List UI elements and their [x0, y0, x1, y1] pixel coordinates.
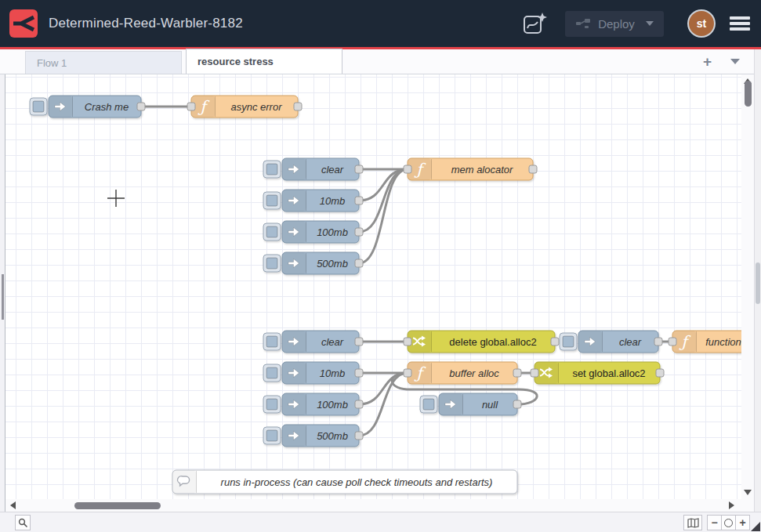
inject-button-inner [266, 367, 277, 378]
page-scrollbar[interactable] [754, 49, 761, 512]
page-scrollbar-thumb[interactable] [756, 262, 760, 304]
node-label: delete global.alloc2 [449, 336, 536, 348]
search-icon [18, 518, 28, 528]
vertical-scrollbar-thumb[interactable] [745, 81, 752, 107]
output-port[interactable] [529, 165, 537, 173]
flow-node-mb10b[interactable]: 10mb [263, 362, 363, 384]
tab-flow1-label: Flow 1 [37, 57, 67, 69]
flow-node-mb10a[interactable]: 10mb [263, 190, 363, 212]
node-label: Crash me [85, 101, 129, 113]
minimap-button[interactable] [683, 515, 702, 530]
horizontal-scrollbar-thumb[interactable] [74, 502, 161, 509]
output-port[interactable] [513, 369, 521, 377]
node-label: async error [230, 101, 282, 113]
zoom-in-button[interactable]: + [735, 515, 750, 530]
instance-title: Determined-Reed-Warbler-8182 [49, 16, 243, 31]
input-port[interactable] [404, 369, 411, 377]
node-label: set global.alloc2 [572, 367, 645, 379]
node-label: clear [321, 164, 344, 176]
flow-node-set[interactable]: set global.alloc2 [531, 362, 664, 384]
input-port[interactable] [404, 165, 411, 173]
flow-node-mb100a[interactable]: 100mb [263, 221, 363, 243]
inject-button-inner [266, 226, 277, 237]
tab-flow1[interactable]: Flow 1 [25, 51, 182, 74]
app-logo-icon[interactable] [9, 9, 38, 38]
zoom-reset-button[interactable] [721, 515, 736, 530]
inject-button-inner [266, 195, 277, 206]
output-port[interactable] [137, 103, 145, 110]
flow-node-clear3[interactable]: clear [560, 331, 662, 353]
left-scrollbar-thumb[interactable] [2, 274, 4, 320]
flow-node-clear2[interactable]: clear [263, 331, 363, 353]
scroll-right-icon[interactable] [729, 501, 734, 509]
output-port[interactable] [551, 338, 559, 346]
input-port[interactable] [187, 103, 195, 110]
inject-button-inner [423, 399, 434, 410]
output-port[interactable] [513, 400, 521, 408]
scroll-left-icon[interactable] [10, 501, 16, 509]
inject-button-inner [266, 336, 277, 347]
node-label: 10mb [320, 367, 346, 379]
zoom-out-button[interactable]: − [707, 515, 722, 530]
scroll-down-icon[interactable] [744, 490, 752, 495]
inject-button-inner [266, 399, 277, 410]
output-port[interactable] [355, 400, 363, 408]
header: Determined-Reed-Warbler-8182 Deploy st [0, 0, 761, 47]
flow-node-mb100b[interactable]: 100mb [263, 393, 363, 415]
flow-node-mb500b[interactable]: 500mb [263, 425, 363, 447]
tab-bar: Flow 1 resource stress + [0, 49, 754, 74]
node-label: buffer alloc [449, 367, 499, 379]
flow-node-delete[interactable]: delete global.alloc2 [404, 331, 559, 353]
flow-node-buffer[interactable]: ƒbuffer alloc [404, 362, 521, 384]
flow-assistant-icon[interactable] [521, 10, 548, 37]
output-port[interactable] [294, 103, 302, 110]
zoom-reset-icon [724, 519, 733, 527]
flow-node-note[interactable]: runs in-process (can cause poll check ti… [172, 470, 517, 494]
flow-node-mb500a[interactable]: 500mb [263, 252, 363, 274]
input-port[interactable] [669, 338, 676, 346]
flow-node-async[interactable]: ƒasync error [187, 96, 302, 118]
node-label: 100mb [317, 226, 348, 238]
left-page-scrollbar[interactable] [0, 74, 5, 512]
output-port[interactable] [654, 338, 662, 346]
output-port[interactable] [355, 338, 363, 346]
node-label: 100mb [317, 399, 348, 411]
output-port[interactable] [355, 165, 363, 173]
node-label: mem alocator [451, 164, 513, 176]
tab-resource-stress[interactable]: resource stress [186, 49, 342, 74]
deploy-caret-icon[interactable] [646, 21, 654, 26]
flow-list-caret-icon[interactable] [730, 59, 740, 64]
canvas-horizontal-scrollbar[interactable] [5, 499, 754, 512]
flow-canvas[interactable]: Crash meƒasync errorclear10mb100mb500mbƒ… [5, 74, 741, 499]
crosshair-cursor [107, 190, 125, 207]
output-port[interactable] [355, 228, 363, 236]
output-port[interactable] [656, 369, 664, 377]
flow-node-mem[interactable]: ƒmem alocator [404, 158, 537, 180]
output-port[interactable] [355, 432, 363, 440]
output-port[interactable] [355, 259, 363, 267]
output-port[interactable] [355, 369, 363, 377]
output-port[interactable] [355, 197, 363, 204]
flow-node-nullnode[interactable]: null [420, 393, 521, 415]
flow-node-crash[interactable]: Crash me [30, 96, 145, 118]
input-port[interactable] [531, 369, 538, 377]
node-label: 10mb [320, 195, 346, 207]
inject-button-inner [266, 430, 277, 441]
deploy-button[interactable]: Deploy [565, 11, 664, 37]
input-port[interactable] [404, 338, 411, 346]
canvas-vertical-scrollbar[interactable] [741, 74, 754, 499]
minimap-icon [687, 518, 699, 528]
menu-icon[interactable] [730, 16, 750, 31]
inject-button-inner [563, 336, 574, 347]
user-avatar[interactable]: st [687, 9, 716, 38]
add-flow-button[interactable]: + [703, 54, 712, 69]
inject-button-inner [266, 164, 277, 175]
resize-grip[interactable] [751, 522, 760, 531]
inject-button-inner [33, 101, 44, 112]
flow-node-func2[interactable]: ƒfunction [669, 331, 741, 353]
flow-node-clear1[interactable]: clear [263, 158, 363, 180]
wire[interactable] [359, 169, 408, 201]
search-button[interactable] [15, 515, 31, 530]
deploy-label: Deploy [598, 17, 635, 31]
node-label: clear [619, 336, 642, 348]
